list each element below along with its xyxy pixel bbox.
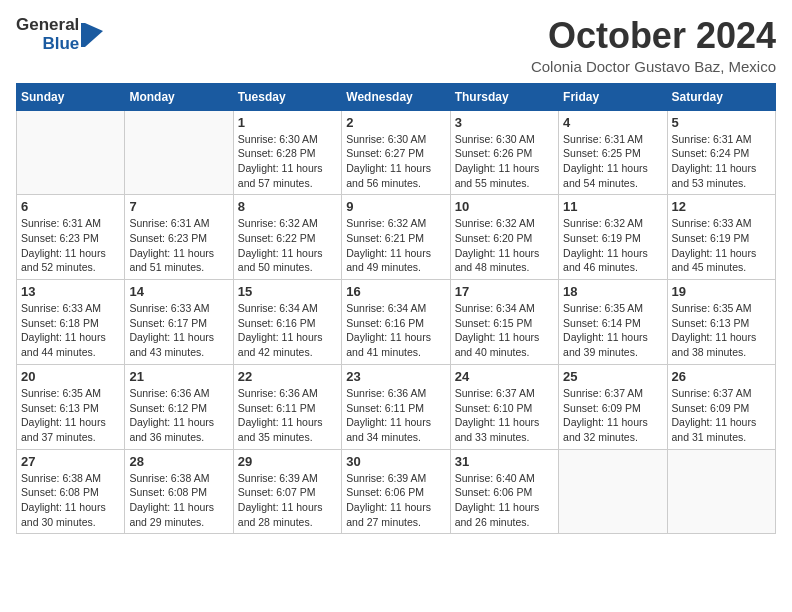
calendar-cell: 11Sunrise: 6:32 AMSunset: 6:19 PMDayligh… bbox=[559, 195, 667, 280]
day-info: Sunrise: 6:35 AMSunset: 6:13 PMDaylight:… bbox=[21, 386, 120, 445]
day-number: 10 bbox=[455, 199, 554, 214]
day-info: Sunrise: 6:36 AMSunset: 6:12 PMDaylight:… bbox=[129, 386, 228, 445]
page-header: General Blue October 2024 Colonia Doctor… bbox=[16, 16, 776, 75]
day-info: Sunrise: 6:37 AMSunset: 6:09 PMDaylight:… bbox=[563, 386, 662, 445]
day-info: Sunrise: 6:35 AMSunset: 6:13 PMDaylight:… bbox=[672, 301, 771, 360]
calendar-cell: 1Sunrise: 6:30 AMSunset: 6:28 PMDaylight… bbox=[233, 110, 341, 195]
day-number: 9 bbox=[346, 199, 445, 214]
weekday-header: Monday bbox=[125, 83, 233, 110]
day-info: Sunrise: 6:34 AMSunset: 6:16 PMDaylight:… bbox=[238, 301, 337, 360]
day-number: 28 bbox=[129, 454, 228, 469]
weekday-header: Saturday bbox=[667, 83, 775, 110]
day-info: Sunrise: 6:31 AMSunset: 6:25 PMDaylight:… bbox=[563, 132, 662, 191]
day-info: Sunrise: 6:40 AMSunset: 6:06 PMDaylight:… bbox=[455, 471, 554, 530]
day-info: Sunrise: 6:30 AMSunset: 6:26 PMDaylight:… bbox=[455, 132, 554, 191]
day-number: 6 bbox=[21, 199, 120, 214]
calendar-cell: 23Sunrise: 6:36 AMSunset: 6:11 PMDayligh… bbox=[342, 364, 450, 449]
day-info: Sunrise: 6:32 AMSunset: 6:21 PMDaylight:… bbox=[346, 216, 445, 275]
calendar-cell: 15Sunrise: 6:34 AMSunset: 6:16 PMDayligh… bbox=[233, 280, 341, 365]
svg-marker-0 bbox=[85, 23, 103, 47]
day-number: 5 bbox=[672, 115, 771, 130]
day-info: Sunrise: 6:30 AMSunset: 6:27 PMDaylight:… bbox=[346, 132, 445, 191]
day-info: Sunrise: 6:32 AMSunset: 6:20 PMDaylight:… bbox=[455, 216, 554, 275]
calendar-cell: 14Sunrise: 6:33 AMSunset: 6:17 PMDayligh… bbox=[125, 280, 233, 365]
day-number: 24 bbox=[455, 369, 554, 384]
calendar-cell: 26Sunrise: 6:37 AMSunset: 6:09 PMDayligh… bbox=[667, 364, 775, 449]
day-number: 13 bbox=[21, 284, 120, 299]
calendar-week-row: 20Sunrise: 6:35 AMSunset: 6:13 PMDayligh… bbox=[17, 364, 776, 449]
calendar-cell: 25Sunrise: 6:37 AMSunset: 6:09 PMDayligh… bbox=[559, 364, 667, 449]
day-number: 17 bbox=[455, 284, 554, 299]
calendar-cell: 12Sunrise: 6:33 AMSunset: 6:19 PMDayligh… bbox=[667, 195, 775, 280]
day-info: Sunrise: 6:35 AMSunset: 6:14 PMDaylight:… bbox=[563, 301, 662, 360]
calendar-cell: 10Sunrise: 6:32 AMSunset: 6:20 PMDayligh… bbox=[450, 195, 558, 280]
calendar-cell: 17Sunrise: 6:34 AMSunset: 6:15 PMDayligh… bbox=[450, 280, 558, 365]
day-number: 20 bbox=[21, 369, 120, 384]
day-info: Sunrise: 6:39 AMSunset: 6:06 PMDaylight:… bbox=[346, 471, 445, 530]
day-number: 18 bbox=[563, 284, 662, 299]
calendar-cell: 16Sunrise: 6:34 AMSunset: 6:16 PMDayligh… bbox=[342, 280, 450, 365]
day-info: Sunrise: 6:39 AMSunset: 6:07 PMDaylight:… bbox=[238, 471, 337, 530]
day-number: 11 bbox=[563, 199, 662, 214]
day-number: 26 bbox=[672, 369, 771, 384]
calendar-cell: 24Sunrise: 6:37 AMSunset: 6:10 PMDayligh… bbox=[450, 364, 558, 449]
calendar: SundayMondayTuesdayWednesdayThursdayFrid… bbox=[16, 83, 776, 535]
calendar-cell: 19Sunrise: 6:35 AMSunset: 6:13 PMDayligh… bbox=[667, 280, 775, 365]
day-number: 14 bbox=[129, 284, 228, 299]
weekday-header: Friday bbox=[559, 83, 667, 110]
calendar-header-row: SundayMondayTuesdayWednesdayThursdayFrid… bbox=[17, 83, 776, 110]
day-info: Sunrise: 6:31 AMSunset: 6:24 PMDaylight:… bbox=[672, 132, 771, 191]
day-info: Sunrise: 6:34 AMSunset: 6:16 PMDaylight:… bbox=[346, 301, 445, 360]
calendar-cell: 31Sunrise: 6:40 AMSunset: 6:06 PMDayligh… bbox=[450, 449, 558, 534]
day-info: Sunrise: 6:37 AMSunset: 6:09 PMDaylight:… bbox=[672, 386, 771, 445]
day-number: 27 bbox=[21, 454, 120, 469]
calendar-cell bbox=[667, 449, 775, 534]
calendar-cell: 27Sunrise: 6:38 AMSunset: 6:08 PMDayligh… bbox=[17, 449, 125, 534]
day-number: 19 bbox=[672, 284, 771, 299]
day-info: Sunrise: 6:37 AMSunset: 6:10 PMDaylight:… bbox=[455, 386, 554, 445]
weekday-header: Wednesday bbox=[342, 83, 450, 110]
day-info: Sunrise: 6:33 AMSunset: 6:17 PMDaylight:… bbox=[129, 301, 228, 360]
day-info: Sunrise: 6:33 AMSunset: 6:19 PMDaylight:… bbox=[672, 216, 771, 275]
day-info: Sunrise: 6:36 AMSunset: 6:11 PMDaylight:… bbox=[238, 386, 337, 445]
day-number: 21 bbox=[129, 369, 228, 384]
day-number: 1 bbox=[238, 115, 337, 130]
day-info: Sunrise: 6:34 AMSunset: 6:15 PMDaylight:… bbox=[455, 301, 554, 360]
calendar-cell bbox=[17, 110, 125, 195]
day-info: Sunrise: 6:33 AMSunset: 6:18 PMDaylight:… bbox=[21, 301, 120, 360]
day-number: 30 bbox=[346, 454, 445, 469]
logo-blue: Blue bbox=[42, 35, 79, 54]
calendar-cell: 29Sunrise: 6:39 AMSunset: 6:07 PMDayligh… bbox=[233, 449, 341, 534]
calendar-week-row: 13Sunrise: 6:33 AMSunset: 6:18 PMDayligh… bbox=[17, 280, 776, 365]
calendar-cell bbox=[559, 449, 667, 534]
weekday-header: Tuesday bbox=[233, 83, 341, 110]
day-info: Sunrise: 6:31 AMSunset: 6:23 PMDaylight:… bbox=[129, 216, 228, 275]
calendar-cell: 7Sunrise: 6:31 AMSunset: 6:23 PMDaylight… bbox=[125, 195, 233, 280]
day-number: 16 bbox=[346, 284, 445, 299]
day-number: 23 bbox=[346, 369, 445, 384]
calendar-cell: 22Sunrise: 6:36 AMSunset: 6:11 PMDayligh… bbox=[233, 364, 341, 449]
calendar-cell bbox=[125, 110, 233, 195]
calendar-cell: 21Sunrise: 6:36 AMSunset: 6:12 PMDayligh… bbox=[125, 364, 233, 449]
calendar-cell: 30Sunrise: 6:39 AMSunset: 6:06 PMDayligh… bbox=[342, 449, 450, 534]
logo-general: General bbox=[16, 16, 79, 35]
calendar-cell: 5Sunrise: 6:31 AMSunset: 6:24 PMDaylight… bbox=[667, 110, 775, 195]
month-title: October 2024 bbox=[531, 16, 776, 56]
day-info: Sunrise: 6:38 AMSunset: 6:08 PMDaylight:… bbox=[129, 471, 228, 530]
logo-icon bbox=[81, 21, 103, 49]
day-number: 3 bbox=[455, 115, 554, 130]
title-section: October 2024 Colonia Doctor Gustavo Baz,… bbox=[531, 16, 776, 75]
svg-marker-1 bbox=[81, 23, 85, 47]
day-number: 2 bbox=[346, 115, 445, 130]
day-number: 12 bbox=[672, 199, 771, 214]
day-info: Sunrise: 6:32 AMSunset: 6:22 PMDaylight:… bbox=[238, 216, 337, 275]
day-info: Sunrise: 6:36 AMSunset: 6:11 PMDaylight:… bbox=[346, 386, 445, 445]
calendar-week-row: 27Sunrise: 6:38 AMSunset: 6:08 PMDayligh… bbox=[17, 449, 776, 534]
calendar-cell: 9Sunrise: 6:32 AMSunset: 6:21 PMDaylight… bbox=[342, 195, 450, 280]
day-number: 31 bbox=[455, 454, 554, 469]
calendar-cell: 8Sunrise: 6:32 AMSunset: 6:22 PMDaylight… bbox=[233, 195, 341, 280]
day-number: 22 bbox=[238, 369, 337, 384]
calendar-cell: 20Sunrise: 6:35 AMSunset: 6:13 PMDayligh… bbox=[17, 364, 125, 449]
calendar-cell: 4Sunrise: 6:31 AMSunset: 6:25 PMDaylight… bbox=[559, 110, 667, 195]
day-info: Sunrise: 6:31 AMSunset: 6:23 PMDaylight:… bbox=[21, 216, 120, 275]
